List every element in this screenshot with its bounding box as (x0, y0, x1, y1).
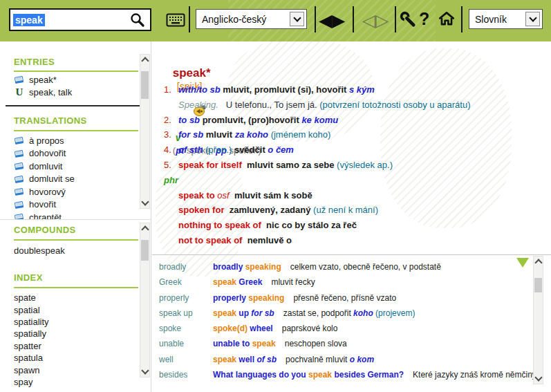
headword: speak* (173, 66, 211, 80)
collocation-row[interactable]: properlyproperly speakingpřesně řečeno, … (159, 290, 532, 306)
sidebar-item-label: chraptět (29, 212, 62, 219)
sidebar-item-translation[interactable]: chraptět (0, 211, 138, 219)
sense-number: 3. (164, 127, 178, 142)
sidebar-item-translation[interactable]: hovorový (0, 185, 138, 198)
collocation-row[interactable]: speak upspeak up for sbzastat se, podpoř… (159, 306, 532, 321)
collocation-text: properly speakingpřesně řečeno, přísně v… (213, 290, 396, 306)
collocation-row[interactable]: besidesWhat languages do you speak besid… (159, 367, 532, 382)
sense-line: nothing to speak of nic co by stálo za ř… (164, 218, 471, 233)
collocation-row[interactable]: broadlybroadly speakingcelkem vzato, obe… (159, 259, 532, 274)
collocation-row[interactable]: unableunable to speakneschopen slova (159, 336, 532, 351)
scrollbar-thumb[interactable] (141, 71, 149, 99)
scroll-up-icon[interactable] (534, 259, 542, 266)
compounds-section-title: COMPOUNDS (14, 225, 76, 235)
search-input[interactable]: speak (9, 8, 151, 31)
collocation-key: spoke (159, 321, 213, 336)
book-icon (14, 174, 25, 184)
divider (0, 219, 151, 220)
sidebar-item-label: speak* (29, 75, 57, 85)
sidebar-item-index[interactable]: spay (0, 376, 138, 388)
letter-u-icon: U (14, 86, 25, 98)
home-button[interactable] (438, 10, 456, 30)
sense-line: Speaking. U telefonu., To jsem já. (potv… (164, 97, 471, 113)
divider (152, 254, 551, 255)
divider (14, 239, 138, 241)
sense-line: 1.with/to sb mluvit, promluvit (si), hov… (164, 82, 471, 97)
scroll-up-icon[interactable] (141, 225, 149, 233)
collocation-key: properly (159, 290, 213, 306)
index-list: spatespatialspatialityspatiallyspattersp… (0, 292, 138, 390)
scroll-up-icon[interactable] (141, 57, 149, 64)
divider (14, 71, 138, 72)
toolbar-separator (395, 6, 396, 32)
sidebar-item-index[interactable]: spate (0, 292, 138, 304)
collocation-text: What languages do you speak besides Germ… (213, 367, 541, 382)
sense-number: 2. (164, 113, 178, 128)
collocation-row[interactable]: Greekspeak Greekmluvit řecky (159, 274, 532, 290)
scroll-down-icon[interactable] (141, 366, 149, 374)
entry-pane: speak* [spi:k] v (pt spoke, pp spoken) 1… (152, 41, 551, 392)
sidebar-item-label: domluvit (29, 161, 62, 171)
scroll-down-icon[interactable] (141, 198, 149, 205)
keyboard-icon[interactable] (166, 12, 185, 31)
chevron-down-icon[interactable] (290, 12, 304, 26)
search-icon[interactable] (129, 12, 146, 31)
sidebar-item-label: dohovořit (29, 148, 66, 158)
dictionary-select[interactable]: Slovník (469, 9, 543, 29)
sidebar-item-compound[interactable]: doublespeak (0, 244, 138, 257)
book-icon (14, 200, 25, 209)
dictionary-select-value: Slovník (469, 14, 507, 25)
sidebar-item-index[interactable]: spatter (0, 340, 138, 352)
sidebar-item-translation[interactable]: à propos (0, 134, 138, 147)
sidebar-item-entry[interactable]: Uspeak, talk (0, 86, 138, 100)
sense-line: spoken for zamluvený, zadaný (už není k … (164, 203, 471, 218)
collocations-scrollbar[interactable] (533, 256, 543, 384)
sidebar-item-label: hovorový (29, 187, 66, 197)
sidebar-item-label: speak, talk (29, 87, 72, 97)
book-icon (14, 136, 25, 145)
help-button[interactable]: ? (419, 9, 429, 29)
sense-line: 4.of sth (přen.) svědčit o čem (164, 142, 471, 158)
green-triangle-icon[interactable] (516, 258, 529, 268)
sense-number: 5. (164, 158, 178, 173)
sidebar-item-index[interactable]: spawn (0, 364, 138, 375)
language-select[interactable]: Anglicko-český (196, 9, 307, 29)
divider (6, 105, 141, 106)
collocation-key: well (159, 352, 213, 367)
back-button[interactable]: ◀ (319, 8, 332, 32)
sidebar-item-index[interactable]: spatial (0, 304, 138, 315)
collocation-row[interactable]: wellspeak well of sbpochvalně mluvit o k… (159, 352, 532, 367)
collocation-text: speak well of sbpochvalně mluvit o kom (213, 352, 374, 367)
sense-line: not to speak of nemluvě o (164, 233, 471, 248)
settings-wrench-button[interactable] (399, 10, 417, 31)
sense-line: 3.for sb mluvit za koho (jménem koho) (164, 127, 471, 142)
toolbar-separator (461, 6, 463, 32)
sidebar-item-translation[interactable]: domluvit (0, 160, 138, 173)
forward-button[interactable]: ▶ (332, 8, 345, 32)
next-entry-button[interactable]: ▷ (375, 8, 389, 32)
sidebar-scrollbar-upper[interactable] (140, 54, 150, 209)
scrollbar-thumb[interactable] (141, 240, 149, 261)
sense-line: 2.to sb promluvit, (pro)hovořit ke komu (164, 113, 471, 128)
sense-line: 5.speak for itself mluvit samo za sebe (… (164, 158, 471, 173)
sidebar-item-index[interactable]: spatula (0, 352, 138, 364)
scroll-down-icon[interactable] (534, 373, 542, 381)
sidebar-item-index[interactable]: spatiality (0, 316, 138, 328)
divider (14, 130, 138, 131)
prev-entry-button[interactable]: ◁ (362, 8, 375, 32)
collocation-row[interactable]: spokespoke(d) wheelpaprskové kolo (159, 321, 532, 336)
sidebar-item-entry[interactable]: speak* (0, 73, 138, 86)
toolbar: speak Anglicko-český ◀ ▶ ◁ ▷ (0, 0, 551, 41)
scrollbar-thumb[interactable] (534, 278, 542, 292)
book-icon (14, 149, 25, 158)
sidebar-item-index[interactable]: spatially (0, 328, 138, 339)
translations-section-title: TRANSLATIONS (14, 115, 87, 126)
language-select-value: Anglicko-český (196, 14, 266, 25)
sidebar-item-label: domluvit se (29, 174, 75, 184)
sidebar-item-translation[interactable]: hovořit (0, 198, 138, 212)
sidebar-item-translation[interactable]: domluvit se (0, 173, 138, 186)
chevron-down-icon[interactable] (525, 12, 540, 26)
sidebar-item-translation[interactable]: dohovořit (0, 147, 138, 160)
sidebar-scrollbar-lower[interactable] (140, 223, 150, 377)
search-text: speak (13, 14, 45, 26)
